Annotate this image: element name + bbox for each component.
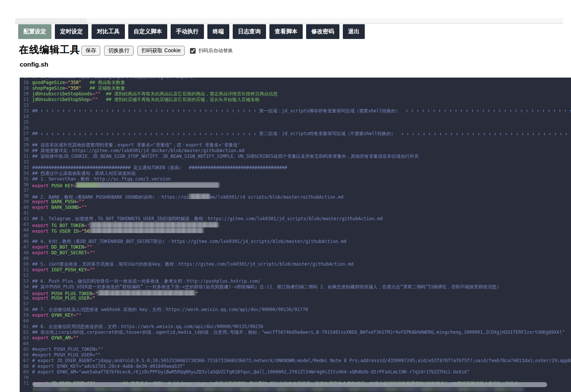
code-line: 53## 6. Push Plus，微信扫码登录后一对一推送或一对多推送，参考文… [20,278,571,284]
line-number: 40 [20,205,32,210]
top-tab-artifact [15,18,563,24]
scan-cookie-button[interactable]: 扫码获取 Cookie [137,46,185,56]
line-number: 27 [20,131,32,137]
code-line: 59export QYWX_KEY="" [20,313,571,318]
code-line: 24 [20,114,571,120]
code-line: 41 [20,210,571,216]
page-title: 在线编辑工具 [19,43,80,56]
code-line: 60 [20,318,571,324]
code-line: 48export DD_BOT_SECRET="" [20,250,571,256]
nav-button-logout[interactable]: 退出 [343,24,365,39]
nav-button-manual-run[interactable]: 手动执行 [171,24,204,39]
line-number: 54 [20,284,32,290]
line-number: 71 [20,381,32,386]
code-line: 43export TG_BOT_TOKEN=' [20,222,571,227]
nav-bar: 配置设定定时设定对比工具自定义脚本手动执行终端日志查询查看脚本修改密码退出 [18,24,368,39]
line-number: 56 [20,296,32,301]
line-number: 35 [20,176,32,182]
line-number: 28 [20,137,32,142]
code-line: 34## 想通过什么渠道收取通知，就填入对应渠道的值 [20,171,571,176]
line-number [20,386,32,392]
nav-button-view-script[interactable]: 查看脚本 [269,24,303,39]
line-number: 59 [20,313,32,318]
editor-toolbar: 保存 切换换行 扫码获取 Cookie 扫码后自动替换 [81,46,233,56]
line-number: 24 [20,114,32,120]
code-line: 18goodPageSize="350" ## 商品取关数量 [20,80,571,86]
clipped-bottom-line [32,387,524,391]
line-number: 42 [20,216,32,222]
down-arrows: ↓ ↓ ↓ ↓ ↓ ↓ ↓ ↓ ↓ ↓ ↓ ↓ ↓ ↓ ↓ ↓ ↓ ↓ ↓ ↓ … [401,131,571,136]
line-number: 66 [20,352,32,358]
line-number: 67 [20,358,32,364]
line-number: 46 [20,239,32,244]
file-name: config.sh [20,61,48,68]
line-number: 63 [20,335,32,341]
page: { "colors":{"nav_bg":"#232a38","nav_acti… [0,0,571,392]
line-number: 38 [20,193,32,199]
code-line: 58## 7. 企业微信机器人消息推送 webhook 后面的 key，文档：h… [20,307,571,313]
auto-replace-label: 扫码后自动替换 [198,47,233,54]
nav-button-schedule-settings[interactable]: 定时设定 [55,24,88,39]
line-number: 70 [20,375,32,381]
code-line: 44export TG_USER_ID="56 [20,227,571,233]
auto-replace-checkbox[interactable] [190,48,196,54]
line-number: 55 [20,290,32,296]
code-line: 67# export JD_USER_AGENT="jdapp;android;… [20,358,571,364]
nav-button-config-settings[interactable]: 配置设定 [18,24,51,39]
line-number: 50 [20,261,32,267]
line-number: 22 [20,103,32,108]
code-line: 35## 1. ServerChan，教程：http://sc.ftqq.com… [20,176,571,182]
top-tab-artifact-left [15,18,87,23]
censored-value [76,182,219,188]
nav-button-custom-script[interactable]: 自定义脚本 [128,24,167,39]
code-line: 19shopPageSize="350" ## 店铺取关数量 [20,86,571,91]
up-arrows: ↑ ↑ ↑ ↑ ↑ ↑ ↑ ↑ ↑ ↑ ↑ ↑ ↑ ↑ ↑ ↑ ↑ ↑ ↑ ↑ … [40,108,259,114]
code-line: 32 [20,159,571,165]
line-number: 64 [20,341,32,347]
code-line: 27## ↓ ↓ ↓ ↓ ↓ ↓ ↓ ↓ ↓ ↓ ↓ ↓ ↓ ↓ ↓ ↓ ↓ ↓… [20,131,571,137]
line-number: 36 [20,182,32,188]
code-line: 68# export QYWX_KEY="adcb27d1-28c4-4abb-… [20,364,571,369]
line-number: 61 [20,324,32,330]
line-number: 51 [20,267,32,273]
line-number: 30 [20,148,32,154]
line-number: 57 [20,301,32,307]
code-line: 36export PUSH_KEY= [20,182,571,188]
code-line [20,386,571,392]
censored-value [90,222,218,227]
code-line: 54## 其中PUSH_PLUS_USER是一对多推送的“群组编码”（一对多推送… [20,284,571,290]
line-number: 45 [20,233,32,239]
censored-value [98,290,195,296]
horizontal-scrollbar[interactable] [33,382,547,387]
line-number: 20 [20,91,32,97]
nav-button-terminal[interactable]: 终端 [207,24,229,39]
nav-button-log-query[interactable]: 日志查询 [233,24,266,39]
line-number: 32 [20,159,32,165]
code-line: 38## 2. BARK，教程（看BARK_PUSH和BARK_SOUND的说明… [20,193,571,199]
line-number: 19 [20,86,32,91]
line-number: 44 [20,227,32,233]
code-line: 50## 5. iGot聚合推送，支持多方式推送，填写iGot的推送key。教程… [20,261,571,267]
code-editor[interactable]: 17## UN_SUBSCRIBES（选填，由脚本会export，无需在conf… [20,78,571,392]
code-line: 39export BARK_PUSH="" [20,199,571,205]
line-number: 29 [20,142,32,148]
toggle-wrap-button[interactable]: 切换换行 [104,46,134,56]
line-number: 39 [20,199,32,205]
line-number: 49 [20,256,32,261]
nav-button-change-password[interactable]: 修改密码 [306,24,339,39]
line-number: 68 [20,364,32,369]
nav-button-compare-tool[interactable]: 对比工具 [92,24,125,39]
line-number: 69 [20,369,32,375]
line-number: 58 [20,307,32,313]
line-number: 47 [20,244,32,250]
line-number: 21 [20,97,32,103]
code-line: 65#export PUSH_PLUS_TOKEN="" [20,347,571,352]
line-number: 26 [20,125,32,131]
save-button[interactable]: 保存 [81,46,100,56]
line-number: 53 [20,278,32,284]
code-line: 22 [20,103,571,108]
code-line: 23## ↑ ↑ ↑ ↑ ↑ ↑ ↑ ↑ ↑ ↑ ↑ ↑ ↑ ↑ ↑ ↑ ↑ ↑… [20,108,571,114]
code-line: 57 [20,301,571,307]
code-line: 25 [20,120,571,125]
code-line: 30## 其他变量详见：https://gitee.com/lxk0301/jd… [20,148,571,154]
